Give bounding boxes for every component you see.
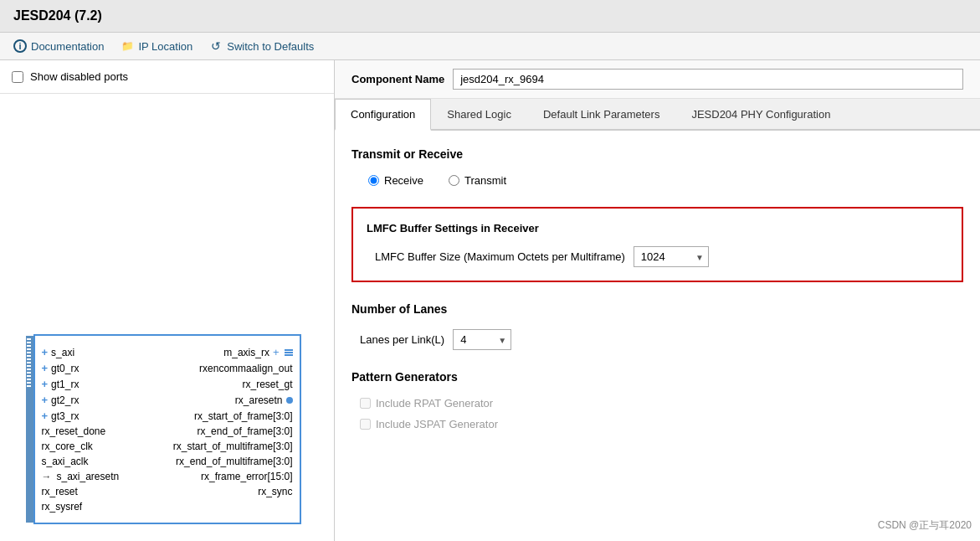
port-row-gt0-rx: + gt0_rx rxencommaalign_out [35,360,300,376]
port-row-rx-core-clk: rx_core_clk rx_start_of_multiframe[3:0] [35,439,300,454]
main-content: Show disabled ports [0,60,980,541]
app-title: JESD204 (7.2) [13,8,967,23]
diagram-area: + s_axi m_axis_rx + [0,94,334,541]
ip-location-button[interactable]: 📁 IP Location [121,39,192,53]
number-of-lanes-section: Number of Lanes Lanes per Link(L) 1 2 4 … [351,302,963,350]
bus-dash [27,372,31,374]
lanes-per-link-select-wrapper: 1 2 4 8 [453,329,511,350]
show-disabled-ports-label: Show disabled ports [30,70,128,83]
bus-dash [27,382,31,384]
tab-configuration[interactable]: Configuration [335,99,431,131]
tab-content: Transmit or Receive Receive Transmit [335,131,980,467]
include-jspat-label: Include JSPAT Generator [376,418,498,430]
bus-dash [27,368,31,370]
port-row-gt1-rx: + gt1_rx rx_reset_gt [35,376,300,392]
bus-dash [27,345,31,347]
component-name-label: Component Name [351,73,444,85]
tab-jesd204-phy[interactable]: JESD204 PHY Configuration [675,99,846,129]
number-of-lanes-title: Number of Lanes [351,302,963,316]
bus-dash [27,379,31,380]
lmfc-buffer-size-label: LMFC Buffer Size (Maximum Octets per Mul… [375,250,625,263]
port-row-rx-sysref: rx_sysref [35,499,300,514]
location-icon: 📁 [121,39,134,53]
lanes-per-link-row: Lanes per Link(L) 1 2 4 8 [351,329,963,350]
port-row-s-axi-aresetn: → s_axi_aresetn rx_frame_error[15:0] [35,469,300,484]
bus-dash [27,362,31,363]
documentation-label: Documentation [31,40,104,53]
component-block: + s_axi m_axis_rx + [33,334,301,524]
port-row-s-axi-aclk: s_axi_aclk rx_end_of_multiframe[3:0] [35,454,300,469]
transmit-receive-title: Transmit or Receive [351,147,963,161]
include-jspat-row: Include JSPAT Generator [351,418,963,430]
ip-location-label: IP Location [138,40,192,53]
port-right-m-axis-rx: m_axis_rx + [223,346,292,358]
bus-dash [27,348,31,350]
lanes-per-link-select[interactable]: 1 2 4 8 [453,329,511,350]
bus-dash [27,385,31,387]
toolbar: i Documentation 📁 IP Location ↺ Switch t… [0,33,980,60]
bus-dash [27,375,31,377]
right-panel: Component Name Configuration Shared Logi… [335,60,980,541]
lanes-per-link-label: Lanes per Link(L) [360,333,444,346]
bus-dash [27,365,31,367]
lmfc-buffer-size-row: LMFC Buffer Size (Maximum Octets per Mul… [367,246,948,267]
app-window: JESD204 (7.2) i Documentation 📁 IP Locat… [0,0,980,541]
show-disabled-ports-checkbox[interactable] [12,71,23,83]
port-row-rx-reset: rx_reset rx_sync [35,484,300,499]
port-row-rx-reset-done: rx_reset_done rx_end_of_frame[3:0] [35,424,300,439]
tab-default-link-parameters[interactable]: Default Link Parameters [527,99,675,129]
bus-dash [27,352,31,353]
info-icon: i [13,39,27,53]
include-rpat-label: Include RPAT Generator [376,397,493,410]
include-jspat-checkbox [360,419,371,430]
left-bus-indicator [26,336,33,523]
bus-dash [27,342,31,343]
lmfc-box-title: LMFC Buffer Settings in Receiver [367,222,948,234]
port-left-s-axi: + s_axi [42,346,75,358]
tab-shared-logic[interactable]: Shared Logic [431,99,527,129]
transmit-radio[interactable] [449,175,459,186]
port-row-s-axi: + s_axi m_axis_rx + [35,344,300,360]
switch-defaults-button[interactable]: ↺ Switch to Defaults [209,39,314,53]
component-name-input[interactable] [453,69,963,90]
tabs-bar: Configuration Shared Logic Default Link … [335,99,980,131]
transmit-radio-label[interactable]: Transmit [449,174,506,187]
receive-radio[interactable] [368,175,379,186]
watermark: CSDN @正与耳2020 [878,518,972,533]
refresh-icon: ↺ [209,39,223,53]
receive-label: Receive [384,174,423,187]
receive-radio-label[interactable]: Receive [368,174,423,187]
left-panel: Show disabled ports [0,60,335,541]
bus-dash [27,358,31,360]
component-name-row: Component Name [335,60,980,99]
include-rpat-checkbox [360,398,371,409]
lmfc-buffer-box: LMFC Buffer Settings in Receiver LMFC Bu… [351,207,963,282]
transmit-receive-radio-group: Receive Transmit [351,174,963,187]
lmfc-buffer-size-select-wrapper: 256 512 1024 2048 [634,246,709,267]
bus-dash [27,355,31,357]
bus-dash [27,338,31,340]
transmit-label: Transmit [464,174,506,187]
port-row-gt2-rx: + gt2_rx rx_aresetn [35,392,300,408]
port-row-gt3-rx: + gt3_rx rx_start_of_frame[3:0] [35,408,300,424]
transmit-receive-section: Transmit or Receive Receive Transmit [351,147,963,187]
lmfc-buffer-size-select[interactable]: 256 512 1024 2048 [634,246,709,267]
include-rpat-row: Include RPAT Generator [351,397,963,410]
bus-indicator-right [285,349,293,356]
pattern-generators-section: Pattern Generators Include RPAT Generato… [351,370,963,430]
left-panel-header: Show disabled ports [0,60,334,94]
documentation-button[interactable]: i Documentation [13,39,104,53]
switch-defaults-label: Switch to Defaults [227,40,314,53]
title-bar: JESD204 (7.2) [0,0,980,33]
pattern-generators-title: Pattern Generators [351,370,963,384]
